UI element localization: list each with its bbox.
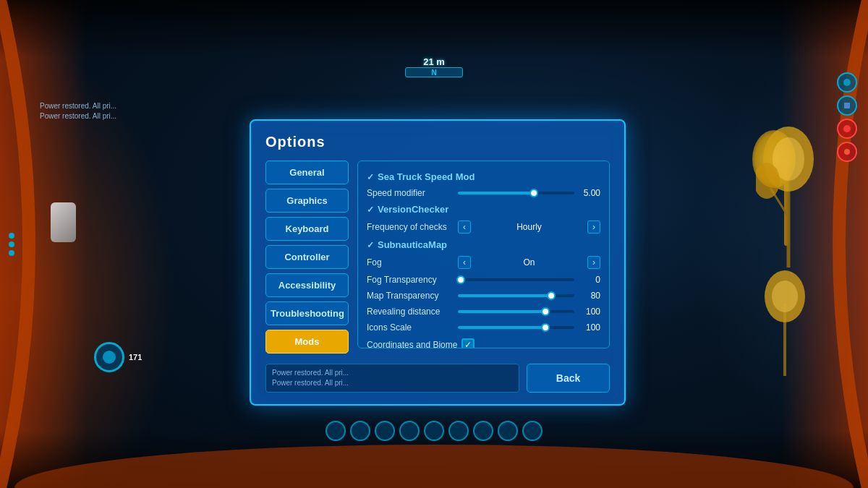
slider-track-speed[interactable]: [458, 192, 574, 194]
content-panel[interactable]: Sea Truck Speed Mod Speed modifier 5.00 …: [357, 160, 610, 348]
setting-label-revealing-distance: Revealing distance: [367, 307, 454, 317]
back-button[interactable]: Back: [527, 364, 610, 393]
setting-label-map-transparency: Map Transparency: [367, 291, 454, 301]
cycle-value-frequency: Hourly: [475, 222, 583, 232]
nav-buttons: General Graphics Keyboard Controller Acc…: [265, 160, 349, 354]
slider-track-map-transparency[interactable]: [458, 294, 574, 297]
side-icons-left: [9, 233, 14, 256]
checkbox-coordinates-biome[interactable]: ✓: [461, 338, 475, 348]
hud-icon-1-svg: [842, 77, 852, 87]
hud-icon-2-svg: [842, 100, 852, 111]
nav-btn-keyboard[interactable]: Keyboard: [265, 217, 349, 241]
options-bottom: Power restored. All pri... Power restore…: [265, 364, 610, 393]
svg-point-13: [103, 351, 116, 364]
hud-icon-1: [837, 72, 857, 93]
hud-icon-2: [837, 95, 857, 116]
slider-value-icons-scale: 100: [579, 322, 600, 333]
nav-btn-mods[interactable]: Mods: [265, 330, 349, 354]
compass-bar: N: [405, 67, 463, 77]
hud-icon-4-svg: [842, 147, 852, 157]
nav-btn-controller[interactable]: Controller: [265, 245, 349, 269]
slider-thumb-revealing-distance[interactable]: [541, 307, 550, 316]
hud-icon-4: [837, 142, 857, 162]
slider-track-icons-scale[interactable]: [458, 326, 574, 329]
setting-row-coordinates-biome: Coordinates and Biome ✓: [367, 338, 600, 348]
nav-btn-graphics[interactable]: Graphics: [265, 189, 349, 213]
svg-rect-10: [844, 103, 850, 108]
compass-direction: N: [431, 69, 436, 77]
section-header-seatruck: Sea Truck Speed Mod: [367, 171, 600, 182]
side-dot-2: [9, 241, 14, 247]
vignette-top: [0, 0, 868, 58]
setting-row-fog-transparency: Fog Transparency 0: [367, 275, 600, 285]
ability-9: [522, 421, 542, 441]
slider-track-fog-transparency[interactable]: [458, 278, 574, 281]
ability-8: [498, 421, 518, 441]
nav-btn-troubleshooting[interactable]: Troubleshooting: [265, 301, 349, 325]
cycle-btn-left-fog[interactable]: ‹: [458, 256, 471, 269]
setting-label-speed: Speed modifier: [367, 188, 454, 198]
hud-abilities: [326, 421, 542, 441]
cycle-fog: ‹ On ›: [458, 256, 600, 269]
cycle-btn-left-frequency[interactable]: ‹: [458, 221, 471, 234]
slider-value-speed: 5.00: [579, 188, 600, 198]
setting-label-coordinates-biome: Coordinates and Biome: [367, 340, 457, 348]
svg-point-9: [843, 79, 851, 86]
svg-point-11: [843, 125, 851, 132]
svg-point-8: [14, 445, 854, 488]
cycle-btn-right-frequency[interactable]: ›: [587, 221, 600, 234]
slider-thumb-speed[interactable]: [529, 189, 538, 197]
setting-row-revealing-distance: Revealing distance 100: [367, 307, 600, 317]
plant-svg-right2: [760, 260, 810, 376]
options-log-line-2: Power restored. All pri...: [272, 378, 513, 388]
game-log: Power restored. All pri... Power restore…: [40, 101, 116, 121]
nav-btn-general[interactable]: General: [265, 160, 349, 184]
setting-row-speed: Speed modifier 5.00: [367, 188, 600, 198]
setting-row-frequency: Frequency of checks ‹ Hourly ›: [367, 221, 600, 234]
compass-distance: 21 m: [423, 56, 445, 67]
hud-icon-3: [837, 119, 857, 139]
player-health-circle: [94, 342, 124, 372]
ability-1: [326, 421, 346, 441]
setting-label-fog: Fog: [367, 257, 454, 267]
slider-value-fog-transparency: 0: [579, 275, 600, 285]
ability-7: [473, 421, 493, 441]
cycle-value-fog: On: [475, 257, 583, 267]
ability-3: [375, 421, 395, 441]
ability-5: [424, 421, 444, 441]
options-log-panel: Power restored. All pri... Power restore…: [265, 364, 519, 393]
slider-thumb-icons-scale[interactable]: [541, 323, 550, 332]
slider-thumb-fog-transparency[interactable]: [456, 275, 465, 284]
hud-player: 171: [94, 342, 142, 372]
setting-row-icons-scale: Icons Scale 100: [367, 322, 600, 333]
slider-value-revealing-distance: 100: [579, 307, 600, 317]
player-health-value: 171: [129, 353, 142, 361]
hud-icon-3-svg: [842, 124, 852, 134]
slider-icons-scale[interactable]: 100: [458, 322, 600, 333]
options-dialog: Options General Graphics Keyboard Contro…: [250, 119, 626, 406]
slider-map-transparency[interactable]: 80: [458, 291, 600, 301]
setting-label-frequency: Frequency of checks: [367, 222, 454, 232]
side-dot-1: [9, 233, 14, 239]
cycle-btn-right-fog[interactable]: ›: [587, 256, 600, 269]
options-title: Options: [265, 134, 610, 150]
slider-fill-speed: [458, 192, 534, 194]
slider-value-map-transparency: 80: [579, 291, 600, 301]
slider-track-revealing-distance[interactable]: [458, 310, 574, 313]
slider-fill-icons-scale: [458, 326, 545, 329]
options-log-line-1: Power restored. All pri...: [272, 368, 513, 378]
section-header-subnauticamap: SubnauticaMap: [367, 239, 600, 250]
slider-fog-transparency[interactable]: 0: [458, 275, 600, 285]
nav-btn-accessibility[interactable]: Accessibility: [265, 273, 349, 297]
slider-revealing-distance[interactable]: 100: [458, 307, 600, 317]
slider-thumb-map-transparency[interactable]: [547, 291, 556, 300]
svg-point-12: [844, 149, 850, 155]
slider-fill-revealing-distance: [458, 310, 545, 313]
section-header-versionchecker: VersionChecker: [367, 204, 600, 215]
ability-6: [448, 421, 469, 441]
svg-point-7: [772, 281, 798, 312]
setting-row-map-transparency: Map Transparency 80: [367, 291, 600, 301]
slider-speed[interactable]: 5.00: [458, 188, 600, 198]
setting-row-fog: Fog ‹ On ›: [367, 256, 600, 269]
player-icon: [101, 349, 117, 365]
